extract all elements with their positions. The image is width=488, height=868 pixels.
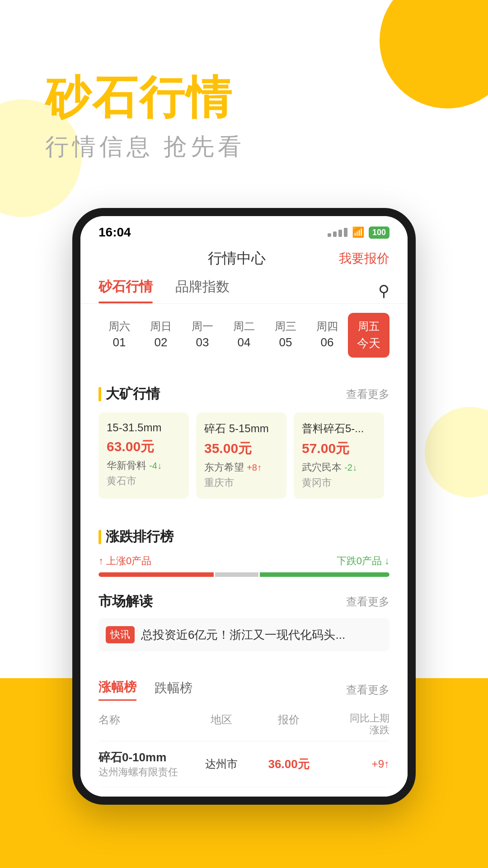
insight-title: 市场解读 [99, 592, 153, 611]
status-bar: 16:04 📶 100 [80, 216, 408, 244]
neutral-bar [215, 572, 258, 577]
col-header-name: 名称 [99, 712, 188, 736]
day-item-4[interactable]: 周三 05 [265, 313, 306, 358]
app-header: 行情中心 我要报价 [80, 244, 408, 278]
search-icon[interactable]: ⚲ [378, 282, 389, 300]
wifi-icon: 📶 [352, 226, 364, 238]
day-item-3[interactable]: 周二 04 [223, 313, 265, 358]
rise-fall-bar [99, 572, 389, 577]
tab-brand-index[interactable]: 品牌指数 [175, 278, 230, 303]
tabs-row: 砂石行情 品牌指数 ⚲ [80, 278, 408, 304]
market-section: 大矿行情 查看更多 15-31.5mm 63.00元 华新骨料 -4↓ 黄石市 … [80, 374, 408, 509]
status-icons: 📶 100 [328, 226, 389, 239]
day-item-0[interactable]: 周六 01 [99, 313, 140, 358]
insight-header: 市场解读 查看更多 [99, 592, 389, 611]
tab-sand-market[interactable]: 砂石行情 [99, 278, 153, 303]
insight-more-button[interactable]: 查看更多 [346, 594, 389, 609]
insight-section: 市场解读 查看更多 快讯 总投资近6亿元！浙江又一现代化码头... [80, 588, 408, 662]
day-item-2[interactable]: 周一 03 [182, 313, 223, 358]
insight-text: 总投资近6亿元！浙江又一现代化码头... [141, 627, 382, 643]
header-title: 行情中心 [208, 249, 266, 269]
market-card-1[interactable]: 碎石 5-15mm 35.00元 东方希望 +8↑ 重庆市 [196, 412, 286, 499]
market-cards: 15-31.5mm 63.00元 华新骨料 -4↓ 黄石市 碎石 5-15mm … [99, 412, 389, 499]
fall-bar [260, 572, 389, 577]
rank-table-header: 名称 地区 报价 同比上期涨跌 [99, 708, 389, 741]
rank-section: 涨幅榜 跌幅榜 查看更多 名称 地区 报价 同比上期涨跌 碎石0-10mm 达州… [80, 670, 408, 797]
col-header-price: 报价 [255, 712, 323, 736]
col-header-change: 同比上期涨跌 [322, 712, 389, 736]
market-section-header: 大矿行情 查看更多 [99, 385, 389, 403]
day-selector: 周六 01 周日 02 周一 03 周二 04 周三 05 周四 06 [80, 304, 408, 367]
rank-tabs: 涨幅榜 跌幅榜 查看更多 [99, 679, 389, 701]
market-more-button[interactable]: 查看更多 [346, 387, 389, 401]
market-card-0[interactable]: 15-31.5mm 63.00元 华新骨料 -4↓ 黄石市 [99, 412, 189, 499]
rise-fall-section: 涨跌排行榜 ↑ 上涨0产品 下跌0产品 ↓ [80, 517, 408, 588]
rise-fall-title: 涨跌排行榜 [99, 528, 389, 546]
battery-indicator: 100 [369, 226, 389, 239]
col-header-region: 地区 [188, 712, 255, 736]
rank-product-0: 碎石0-10mm 达州海螺有限责任 [99, 750, 188, 779]
hero-title: 砂石行情 [45, 72, 452, 122]
rise-bar [99, 572, 214, 577]
hero-subtitle: 行情信息 抢先看 [45, 131, 452, 163]
insight-badge: 快讯 [106, 626, 135, 643]
insight-item[interactable]: 快讯 总投资近6亿元！浙江又一现代化码头... [99, 618, 389, 651]
phone-mockup: 16:04 📶 100 行情中心 我要报价 砂石行情 [72, 208, 416, 805]
day-item-5[interactable]: 周四 06 [306, 313, 348, 358]
rank-tab-rise[interactable]: 涨幅榜 [99, 679, 136, 701]
report-price-button[interactable]: 我要报价 [339, 250, 389, 267]
rise-label: ↑ 上涨0产品 [99, 554, 151, 568]
market-card-2[interactable]: 普料碎石5-... 57.00元 武穴民本 -2↓ 黄冈市 [294, 412, 384, 499]
rank-row-0[interactable]: 碎石0-10mm 达州海螺有限责任 达州市 36.00元 +9↑ [99, 741, 389, 788]
signal-icon [328, 228, 347, 237]
phone-container: 16:04 📶 100 行情中心 我要报价 砂石行情 [0, 208, 488, 805]
day-item-6[interactable]: 周五 今天 [348, 313, 389, 358]
market-title: 大矿行情 [99, 385, 160, 403]
rank-more-button[interactable]: 查看更多 [346, 683, 389, 697]
rise-fall-labels: ↑ 上涨0产品 下跌0产品 ↓ [99, 554, 389, 568]
day-item-1[interactable]: 周日 02 [140, 313, 182, 358]
status-time: 16:04 [99, 225, 131, 240]
hero-section: 砂石行情 行情信息 抢先看 [0, 0, 488, 190]
rank-tab-fall[interactable]: 跌幅榜 [155, 679, 192, 700]
fall-label: 下跌0产品 ↓ [337, 554, 389, 568]
